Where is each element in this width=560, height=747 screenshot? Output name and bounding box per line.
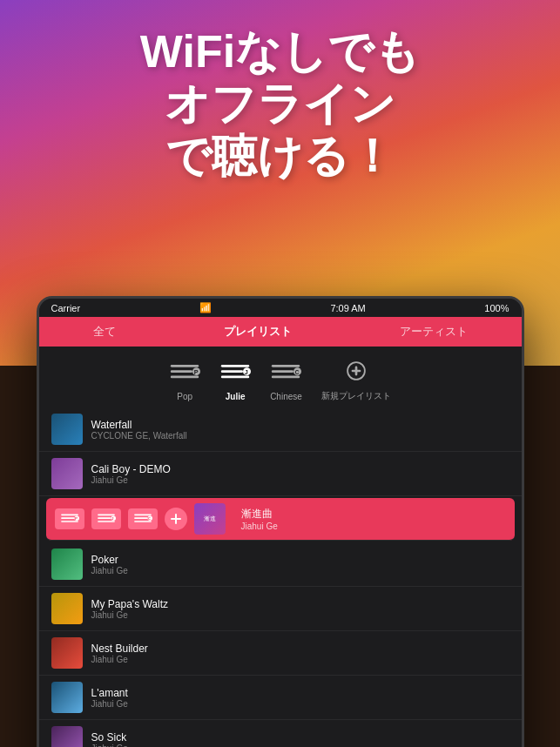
song-artist: CYCLONE GE, Waterfall	[91, 431, 509, 441]
song-title: Cali Boy - DEMO	[91, 463, 509, 475]
julie-icon: J	[219, 360, 251, 388]
song-artist-active: Jiahui Ge	[241, 522, 506, 531]
playlist-julie[interactable]: J Julie	[219, 360, 251, 401]
song-info: Cali Boy - DEMO Jiahui Ge	[91, 463, 509, 485]
song-artist: Jiahui Ge	[91, 744, 509, 748]
headline-text: WiFiなしでも オフライン で聴ける！	[0, 26, 560, 182]
headline-line3: で聴ける！	[17, 131, 543, 183]
song-artist: Jiahui Ge	[91, 566, 509, 575]
tab-all[interactable]: 全て	[93, 324, 116, 340]
svg-rect-6	[221, 370, 243, 373]
song-artist: Jiahui Ge	[91, 610, 509, 620]
playlist-pop[interactable]: P Pop	[169, 360, 200, 401]
song-list: Waterfall CYCLONE GE, Waterfall Cali Boy…	[39, 407, 522, 747]
chinese-label: Chinese	[270, 392, 302, 401]
album-art	[51, 637, 83, 669]
song-info: My Papa's Waltz Jiahui Ge	[91, 598, 509, 620]
song-title: Poker	[91, 554, 509, 566]
svg-rect-5	[221, 365, 249, 367]
song-item[interactable]: Poker Jiahui Ge	[39, 542, 522, 587]
song-info: So Sick Jiahui Ge	[91, 731, 509, 748]
chinese-icon: C	[270, 360, 301, 388]
active-add-playlist[interactable]	[165, 508, 187, 530]
time-label: 7:09 AM	[330, 303, 365, 313]
new-playlist-icon	[341, 359, 372, 387]
song-info: Poker Jiahui Ge	[91, 554, 509, 575]
song-title: My Papa's Waltz	[91, 598, 509, 610]
song-item[interactable]: Nest Builder Jiahui Ge	[39, 631, 522, 676]
playlist-icons-row: P Pop J Julie	[39, 347, 522, 407]
svg-text:P: P	[194, 367, 199, 375]
svg-rect-1	[171, 370, 192, 373]
active-playlist-c[interactable]: C	[128, 508, 158, 529]
song-title: So Sick	[91, 731, 509, 744]
svg-rect-28	[134, 515, 152, 516]
song-artist: Jiahui Ge	[91, 475, 509, 485]
playlist-chinese[interactable]: C Chinese	[270, 360, 302, 401]
svg-rect-0	[171, 365, 199, 367]
album-art	[51, 593, 83, 624]
svg-text:P: P	[75, 516, 78, 521]
song-info: Waterfall CYCLONE GE, Waterfall	[91, 419, 509, 441]
song-item[interactable]: My Papa's Waltz Jiahui Ge	[39, 587, 522, 631]
svg-rect-11	[272, 370, 293, 373]
album-art	[51, 458, 83, 489]
svg-rect-25	[98, 521, 115, 522]
song-item[interactable]: Cali Boy - DEMO Jiahui Ge	[39, 452, 522, 496]
pop-label: Pop	[177, 392, 192, 401]
carrier-label: Carrier	[51, 303, 81, 313]
tab-playlist[interactable]: プレイリスト	[224, 324, 292, 340]
device-mockup: Carrier 📶 7:09 AM 100% 全て プレイリスト アーティスト	[37, 296, 524, 747]
song-title: Waterfall	[91, 419, 509, 431]
svg-rect-19	[61, 517, 74, 519]
julie-label: Julie	[226, 392, 246, 401]
song-artist: Jiahui Ge	[91, 655, 509, 664]
svg-rect-29	[134, 517, 147, 519]
wifi-icon: 📶	[199, 302, 212, 313]
svg-rect-23	[98, 515, 115, 516]
album-art	[51, 726, 83, 747]
song-title: L'amant	[91, 687, 509, 699]
song-item[interactable]: Waterfall CYCLONE GE, Waterfall	[39, 407, 522, 452]
svg-rect-34	[171, 518, 181, 520]
tab-bar: 全て プレイリスト アーティスト	[39, 317, 522, 347]
svg-rect-24	[98, 517, 111, 519]
song-info-active: 漸進曲 Jiahui Ge	[241, 507, 506, 531]
album-art	[51, 414, 83, 445]
svg-rect-17	[351, 370, 361, 373]
svg-text:J: J	[245, 367, 248, 375]
tablet-screen: Carrier 📶 7:09 AM 100% 全て プレイリスト アーティスト	[37, 296, 524, 747]
svg-rect-2	[171, 375, 199, 378]
svg-rect-20	[61, 521, 78, 522]
svg-rect-30	[134, 521, 152, 522]
song-title: Nest Builder	[91, 643, 509, 655]
song-info: Nest Builder Jiahui Ge	[91, 643, 509, 664]
battery-label: 100%	[484, 303, 509, 313]
svg-rect-7	[221, 375, 249, 378]
headline-line2: オフライン	[17, 78, 543, 131]
album-art-active: 漸進	[194, 503, 226, 535]
pop-icon: P	[169, 360, 200, 388]
status-bar: Carrier 📶 7:09 AM 100%	[39, 299, 522, 317]
headline-line1: WiFiなしでも	[17, 26, 543, 78]
active-playlist-j[interactable]: J	[91, 508, 121, 529]
playlist-new[interactable]: 新規プレイリスト	[321, 359, 391, 402]
song-item[interactable]: L'amant Jiahui Ge	[39, 676, 522, 720]
active-playlist-p[interactable]: P	[55, 508, 84, 529]
svg-text:C: C	[295, 368, 300, 374]
song-artist: Jiahui Ge	[91, 699, 509, 709]
tab-artist[interactable]: アーティスト	[400, 324, 468, 340]
album-art	[51, 548, 83, 580]
song-item-active[interactable]: P J C 漸進 漸進曲 Jiah	[46, 498, 515, 541]
new-playlist-label: 新規プレイリスト	[321, 390, 391, 402]
svg-rect-18	[61, 515, 78, 516]
song-title-active: 漸進曲	[241, 507, 506, 522]
song-info: L'amant Jiahui Ge	[91, 687, 509, 709]
svg-text:C: C	[148, 517, 151, 521]
svg-rect-10	[272, 365, 300, 367]
song-item[interactable]: So Sick Jiahui Ge	[39, 720, 522, 747]
album-art	[51, 682, 83, 713]
svg-rect-12	[272, 375, 300, 378]
